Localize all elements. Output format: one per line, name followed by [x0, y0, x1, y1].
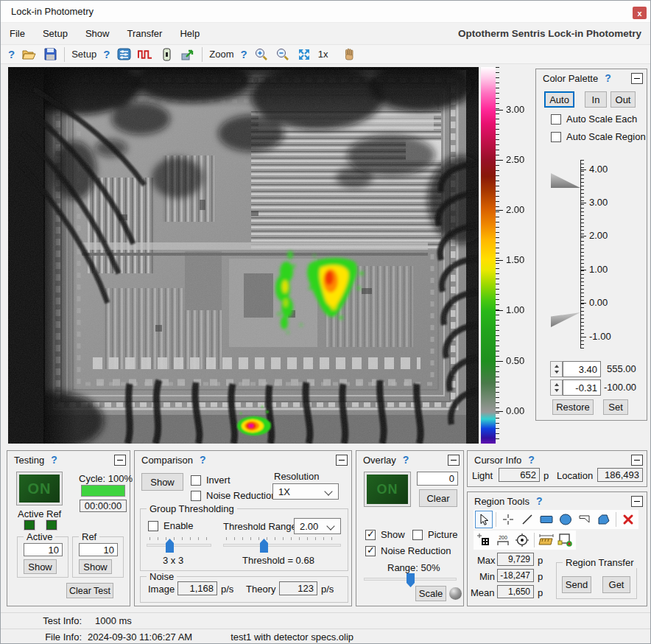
active-count-field[interactable]: 10 [24, 543, 63, 556]
picture-label: Picture [428, 529, 457, 540]
scale-button[interactable]: Scale [415, 586, 446, 601]
status-bar: Test Info: 1000 ms File Info: 2024-09-30… [1, 612, 650, 644]
grid-slider-thumb[interactable] [166, 539, 174, 553]
overlay-collapse-button[interactable] [448, 455, 460, 466]
menu-setup[interactable]: Setup [34, 23, 77, 44]
range-slider-thumb[interactable] [407, 573, 415, 587]
lower-value-spinner[interactable] [550, 379, 563, 396]
upper-limit-handle[interactable] [551, 173, 580, 188]
open-folder-icon[interactable] [21, 47, 36, 62]
invert-checkbox[interactable]: Invert [191, 475, 231, 486]
testing-help-icon[interactable] [51, 454, 57, 466]
rectangle-tool[interactable] [538, 511, 555, 528]
measure-tool[interactable] [538, 531, 555, 549]
settings-sliders-icon[interactable] [116, 47, 131, 62]
clear-test-button[interactable]: Clear Test [66, 583, 113, 598]
send-button[interactable]: Send [562, 576, 591, 593]
threshold-slider-track[interactable] [223, 544, 341, 547]
upper-value-spinner[interactable] [550, 361, 563, 377]
testing-on-button[interactable]: ON [16, 472, 63, 505]
resolution-select[interactable]: 1X [272, 483, 339, 500]
overlay-count-field[interactable]: 0 [417, 472, 458, 486]
comparison-noise-reduction-checkbox[interactable]: Noise Reduction [191, 490, 276, 501]
region-marker-tool[interactable] [557, 531, 574, 549]
enable-label: Enable [163, 520, 193, 531]
polygon-outline-tool[interactable] [576, 511, 594, 528]
zoom-in-icon[interactable] [254, 47, 269, 62]
region-tools-collapse-button[interactable] [631, 496, 643, 507]
thermal-image-viewer[interactable] [8, 67, 479, 444]
timer-display: 00:00:00 [80, 500, 127, 512]
region-tools-help-icon[interactable] [536, 495, 543, 507]
toolbar: Setup Zoom 1x [1, 45, 650, 64]
polygon-tool[interactable] [595, 511, 613, 528]
waveform-icon[interactable] [138, 47, 152, 62]
auto-button[interactable]: Auto [544, 91, 574, 108]
comparison-help-icon[interactable] [200, 454, 206, 466]
auto-scale-region-checkbox[interactable]: Auto Scale Region [551, 131, 646, 142]
zoom-out-icon[interactable] [275, 47, 290, 62]
ref-count-field[interactable]: 10 [79, 543, 118, 556]
cursor-info-help-icon[interactable] [528, 454, 535, 466]
restore-button[interactable]: Restore [552, 399, 594, 415]
pan-hand-icon[interactable] [342, 47, 356, 62]
grid-slider-track[interactable] [147, 544, 211, 547]
overlay-on-button[interactable]: ON [364, 472, 411, 507]
region-tools-title: Region Tools [474, 496, 529, 507]
picture-checkbox[interactable]: Picture [412, 529, 457, 540]
comparison-show-button[interactable]: Show [141, 473, 183, 491]
in-button[interactable]: In [585, 91, 607, 108]
chip-thermal-image[interactable] [8, 67, 479, 444]
overlay-show-checkbox[interactable]: Show [365, 529, 405, 540]
setup-help-icon[interactable] [103, 48, 110, 60]
delete-region-tool[interactable] [619, 511, 637, 528]
select-tool[interactable] [475, 511, 493, 528]
overlay-noise-reduction-checkbox[interactable]: Noise Reduction [365, 545, 451, 556]
color-palette-panel: Color Palette Auto In Out Auto Scale Eac… [535, 69, 647, 421]
out-button[interactable]: Out [610, 91, 636, 108]
set-button[interactable]: Set [603, 399, 628, 415]
active-show-button[interactable]: Show [24, 559, 57, 574]
overlay-help-icon[interactable] [403, 454, 409, 466]
noise-theory-units: p/s [321, 584, 334, 595]
cursor-info-collapse-button[interactable] [631, 455, 643, 466]
color-palette-help-icon[interactable] [605, 72, 611, 84]
help-icon[interactable] [8, 48, 15, 60]
ref-show-button[interactable]: Show [79, 559, 112, 574]
move-to-max-tool[interactable] [475, 531, 493, 549]
line-tool[interactable] [518, 511, 536, 528]
transfer-image-icon[interactable] [180, 47, 195, 62]
save-icon[interactable] [43, 47, 57, 62]
threshold-range-select[interactable]: 2.00 [294, 518, 341, 534]
center-point-tool[interactable] [513, 531, 531, 549]
menu-show[interactable]: Show [77, 23, 119, 44]
scale-tick-label: 2.00 [506, 204, 524, 215]
testing-collapse-button[interactable] [114, 455, 126, 466]
ellipse-tool[interactable] [557, 511, 574, 528]
mean-value: 1,650 [497, 585, 534, 598]
color-palette-collapse-button[interactable] [631, 73, 643, 84]
get-button[interactable]: Get [602, 576, 630, 593]
scale-tick-label: 1.00 [506, 304, 524, 315]
region-tool-row-2: 200 [474, 531, 576, 550]
delete-x-icon [622, 513, 635, 526]
zoom-help-icon[interactable] [241, 48, 247, 60]
menu-help[interactable]: Help [171, 23, 208, 44]
point-tool[interactable] [499, 511, 517, 528]
comparison-collapse-button[interactable] [336, 455, 348, 466]
enable-checkbox[interactable]: Enable [148, 520, 193, 531]
auto-scale-each-checkbox[interactable]: Auto Scale Each [551, 113, 637, 125]
zoom-fit-icon[interactable] [297, 47, 312, 62]
lower-value-field[interactable]: -0.31 [563, 379, 601, 396]
detector-icon[interactable] [159, 47, 174, 62]
menu-file[interactable]: File [1, 23, 34, 44]
lower-limit-handle[interactable] [551, 312, 580, 327]
threshold-slider-thumb[interactable] [260, 539, 268, 553]
polygon-filled-icon [597, 513, 611, 526]
menu-transfer[interactable]: Transfer [118, 23, 171, 44]
close-button[interactable]: x [633, 7, 647, 19]
active-indicator [24, 520, 35, 530]
span-marker-tool[interactable]: 200 [494, 531, 512, 549]
upper-value-field[interactable]: 3.40 [563, 361, 601, 377]
overlay-clear-button[interactable]: Clear [419, 489, 457, 507]
